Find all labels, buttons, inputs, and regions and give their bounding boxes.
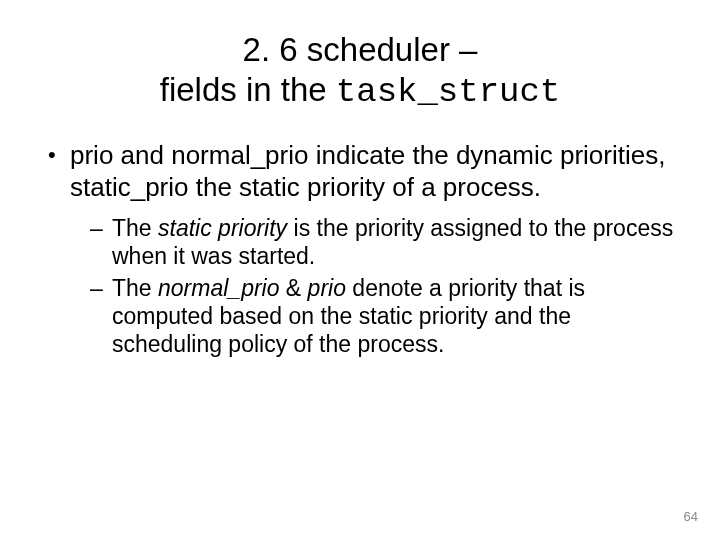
sub-bullet-2: The normal_prio & prio denote a priority… [90,274,680,358]
bullet-item-1: prio and normal_prio indicate the dynami… [46,140,680,358]
bullet-text-1: prio and normal_prio indicate the dynami… [70,140,665,202]
sub1-term: static priority [158,215,287,241]
sub2-term-2: prio [308,275,346,301]
page-number: 64 [684,509,698,524]
bullet-list: prio and normal_prio indicate the dynami… [40,140,680,358]
title-code: task_struct [336,73,560,111]
sub1-part-a: The [112,215,158,241]
sub2-part-c: & [279,275,307,301]
slide-title: 2. 6 scheduler – fields in the task_stru… [40,30,680,112]
title-line-1: 2. 6 scheduler – [243,31,478,68]
sub-bullet-1: The static priority is the priority assi… [90,214,680,270]
title-line-2-prefix: fields in the [160,71,336,108]
sub-bullet-list: The static priority is the priority assi… [70,214,680,358]
sub2-term-1: normal_prio [158,275,279,301]
sub2-part-a: The [112,275,158,301]
